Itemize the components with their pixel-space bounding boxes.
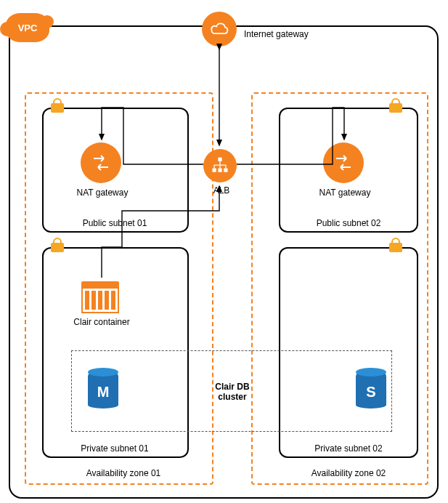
private-subnet-01-label: Private subnet 01: [64, 443, 166, 454]
lock-icon: [51, 98, 64, 113]
az-02-label: Availability zone 02: [298, 468, 399, 478]
vpc-cloud-icon: VPC: [6, 13, 49, 42]
public-subnet-02-label: Public subnet 02: [298, 218, 399, 228]
db-standby-icon: S: [356, 368, 386, 406]
svg-rect-3: [224, 169, 227, 172]
clair-db-cluster-label: Clair DB cluster: [209, 382, 256, 402]
db-master-icon: M: [88, 368, 118, 406]
db-master-role: M: [88, 378, 118, 406]
nat-gateway-01-icon: [81, 142, 121, 183]
svg-rect-0: [218, 158, 221, 161]
lock-icon: [389, 238, 402, 252]
clair-container-label: Clair container: [69, 317, 134, 327]
nat-gateway-02-icon: [323, 142, 364, 183]
db-standby-role: S: [356, 378, 386, 406]
public-subnet-01-label: Public subnet 01: [64, 218, 166, 228]
vpc-label: VPC: [18, 23, 38, 33]
az-01-label: Availability zone 01: [73, 468, 174, 478]
architecture-diagram: VPC Internet gateway Availability zone 0…: [0, 0, 448, 503]
lock-icon: [51, 238, 64, 252]
internet-gateway-icon: [202, 12, 237, 47]
svg-rect-1: [213, 169, 216, 172]
private-subnet-02-label: Private subnet 02: [298, 443, 399, 454]
internet-gateway-label: Internet gateway: [244, 29, 324, 39]
svg-rect-2: [218, 169, 221, 172]
alb-label: ALB: [211, 185, 232, 196]
nat-gateway-02-label: NAT gateway: [312, 188, 378, 198]
clair-container-icon: [81, 287, 119, 313]
lock-icon: [389, 98, 402, 113]
nat-gateway-01-label: NAT gateway: [70, 188, 135, 198]
alb-icon: [203, 149, 237, 182]
